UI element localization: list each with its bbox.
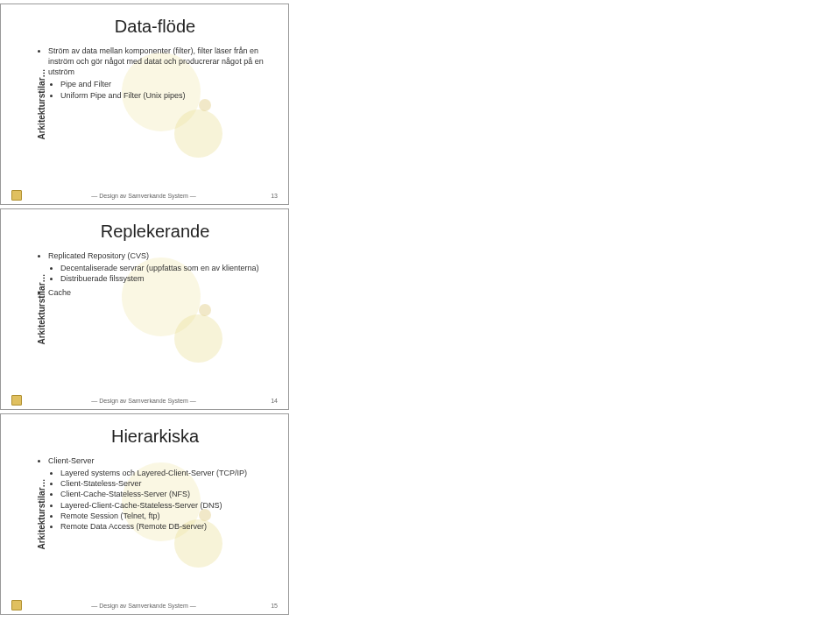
list-item: Layered-Client-Cache-Stateless-Server (D…: [60, 500, 274, 511]
list-item: Client-Cache-Stateless-Server (NFS): [60, 489, 274, 499]
bullet-text: Client-Stateless-Server: [60, 479, 142, 488]
bullet-text: Remote Session (Telnet, ftp): [60, 512, 160, 520]
bullet-text: Client-Cache-Stateless-Server (NFS): [60, 490, 190, 498]
bullet-text: Remote Data Access (Remote DB-server): [60, 522, 207, 531]
slide: Arkitekturstilar… Hierarkiska Client-Ser…: [0, 413, 289, 615]
slide: Arkitekturstilar… Data-flöde Ström av da…: [0, 4, 289, 205]
bullet-list: Client-Server Layered systems och Layere…: [36, 455, 274, 532]
bullet-list: Replicated Repository (CVS) Decentaliser…: [36, 250, 274, 299]
bullet-text: Uniform Pipe and Filter (Unix pipes): [60, 91, 186, 100]
list-item: Remote Session (Telnet, ftp): [60, 511, 274, 521]
bullet-text: Layered-Client-Cache-Stateless-Server (D…: [60, 501, 222, 510]
list-item: Pipe and Filter: [60, 79, 274, 89]
bullet-text: Ström av data mellan komponenter (filter…: [48, 46, 264, 76]
slide: Arkitekturstilar… Replekerande Replicate…: [0, 208, 289, 410]
sidebar-label: Arkitekturstilar…: [37, 273, 46, 344]
sidebar-label: Arkitekturstilar…: [37, 478, 46, 549]
slide-title: Data-flöde: [36, 17, 274, 37]
slide-title: Hierarkiska: [36, 427, 274, 447]
list-item: Remote Data Access (Remote DB-server): [60, 521, 274, 532]
list-item: Replicated Repository (CVS) Decentaliser…: [48, 250, 274, 284]
bullet-text: Cache: [48, 288, 71, 297]
bullet-text: Client-Server: [48, 456, 95, 465]
list-item: Ström av data mellan komponenter (filter…: [48, 46, 274, 101]
bullet-text: Distribuerade filssystem: [60, 274, 145, 283]
bullet-text: Decentaliserade servrar (uppfattas som e…: [60, 264, 259, 272]
list-item: Cache: [48, 287, 274, 298]
list-item: Layered systems och Layered-Client-Serve…: [60, 468, 274, 478]
bullet-text: Pipe and Filter: [60, 80, 111, 88]
list-item: Decentaliserade servrar (uppfattas som e…: [60, 263, 274, 273]
bullet-text: Replicated Repository (CVS): [48, 251, 149, 260]
bullet-list: Ström av data mellan komponenter (filter…: [36, 46, 274, 101]
list-item: Client-Stateless-Server: [60, 478, 274, 489]
bullet-text: Layered systems och Layered-Client-Serve…: [60, 469, 247, 477]
list-item: Distribuerade filssystem: [60, 273, 274, 284]
list-item: Client-Server Layered systems och Layere…: [48, 455, 274, 532]
slide-title: Replekerande: [36, 222, 274, 242]
sidebar-label: Arkitekturstilar…: [37, 68, 46, 139]
list-item: Uniform Pipe and Filter (Unix pipes): [60, 90, 274, 101]
